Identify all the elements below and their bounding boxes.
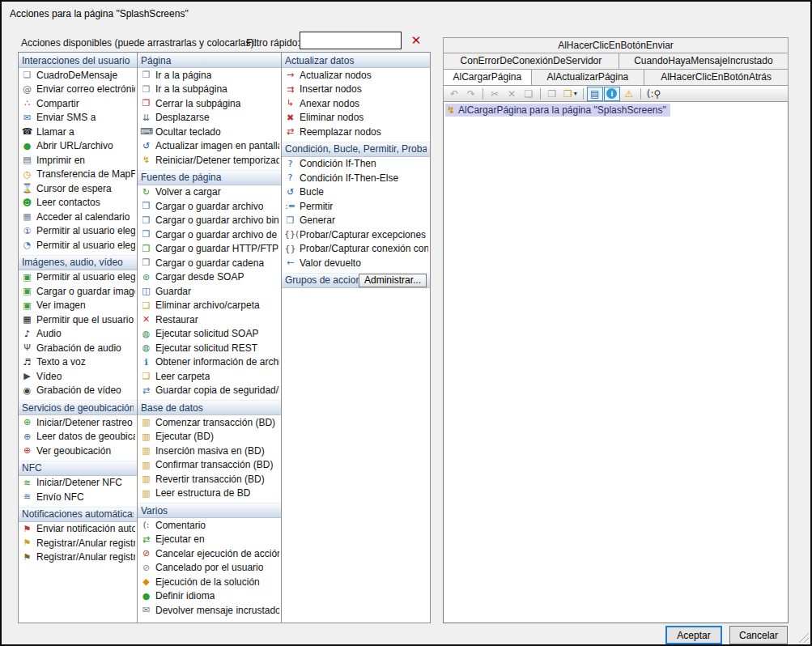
action-item[interactable]: ≋Envío NFC (19, 490, 137, 504)
tab-cuandohayamensajeincrustado[interactable]: CuandoHayaMensajeIncrustado (619, 53, 789, 69)
tab-alhacerclicenbotónatrás[interactable]: AlHacerClicEnBotónAtrás (644, 69, 789, 85)
action-item[interactable]: ❒Cargar o guardar archivo de texto (138, 227, 281, 242)
action-item[interactable]: ⊚Cargar desde SOAP (138, 270, 281, 285)
action-item[interactable]: ⇉Insertar nodos (282, 83, 430, 97)
accept-button[interactable]: Aceptar (665, 626, 722, 644)
action-item[interactable]: ▣Cargar o guardar imagen (19, 284, 137, 299)
action-item[interactable]: ❐Ir a la subpágina (138, 83, 281, 97)
warnings-icon[interactable]: ⚠ (621, 87, 637, 101)
action-item[interactable]: ▤Imprimir en (19, 153, 137, 168)
action-tree[interactable]: ↯ AlCargarPágina para la página "SplashS… (443, 102, 789, 623)
action-item[interactable]: ⊘Cancelado por el usuario (138, 561, 281, 576)
action-item[interactable]: ⇊Desplazarse (138, 111, 281, 125)
action-item[interactable]: ⚑Registrar/Anular registro (19, 536, 137, 550)
action-item[interactable]: ⇄Guardar copia de seguridad/Restaurar (138, 384, 281, 398)
action-item[interactable]: ◆Ejecución de la solución (138, 575, 281, 589)
action-item[interactable]: ◍Ejecutar solicitud SOAP (138, 327, 281, 342)
quick-filter-input[interactable] (300, 32, 402, 49)
selected-action-line[interactable]: ↯ AlCargarPágina para la página "SplashS… (445, 104, 670, 117)
action-item[interactable]: ☎Llamar a (19, 125, 137, 139)
action-item[interactable]: ℹObtener información de archivo (138, 355, 281, 370)
tab-alcargarpágina[interactable]: AlCargarPágina (443, 69, 532, 85)
action-item[interactable]: ♬Texto a voz (19, 355, 137, 370)
action-item[interactable]: ▥Revertir transacción (BD) (138, 472, 281, 487)
tab-alhacerclicenbotónenviar[interactable]: AlHacerClicEnBotónEnviar (443, 37, 789, 53)
action-item[interactable]: ⚑Registrar/Anular registro (19, 550, 137, 565)
action-item[interactable]: ●Definir idioma (138, 589, 281, 604)
action-item[interactable]: ❒Generar (282, 214, 430, 228)
action-item[interactable]: ◷Transferencia de MapForce (19, 168, 137, 182)
action-item[interactable]: ◔Permitir al usuario elegir (19, 238, 137, 253)
clear-filter-icon[interactable]: ✕ (407, 32, 425, 49)
cancel-button[interactable]: Cancelar (729, 626, 788, 644)
action-item[interactable]: ↯Reiniciar/Detener temporizador (138, 153, 281, 168)
action-item[interactable]: ▦Permitir que el usuario es (19, 312, 137, 327)
action-item[interactable]: ▥Ejecutar (BD) (138, 430, 281, 444)
action-item[interactable]: ✉Devolver mensaje incrustado (138, 603, 281, 618)
action-item[interactable]: ⇄Ejecutar en (138, 533, 281, 547)
action-item[interactable]: :=Permitir (282, 199, 430, 214)
action-item[interactable]: →Actualizar nodos (282, 68, 430, 83)
action-item[interactable]: ⊘Cancelar ejecución de acción (138, 546, 281, 561)
action-item[interactable]: ●Abrir URL/archivo (19, 139, 137, 154)
action-item[interactable]: ←Valor devuelto (282, 256, 430, 270)
action-item[interactable]: ▣Ver imagen (19, 299, 137, 313)
manage-action-groups-button[interactable]: Administrar... (359, 274, 427, 287)
action-item[interactable]: ✖Eliminar nodos (282, 111, 430, 125)
action-item[interactable]: ☻Leer contactos (19, 196, 137, 210)
action-item[interactable]: ❏CuadroDeMensaje (19, 68, 137, 83)
action-item[interactable]: ⊕Iniciar/Detener rastreo po (19, 415, 137, 430)
action-item[interactable]: ◉Grabación de vídeo (19, 384, 137, 398)
paste-icon[interactable]: ❒ (544, 87, 560, 101)
action-item[interactable]: ⇄Reemplazar nodos (282, 125, 430, 139)
action-item[interactable]: @Enviar correo electrónico (19, 83, 137, 97)
tab-conerrordeconexióndeservidor[interactable]: ConErrorDeConexiónDeServidor (443, 53, 619, 69)
action-item[interactable]: ①Permitir al usuario elegir (19, 224, 137, 239)
action-item[interactable]: ≋Iniciar/Detener NFC (19, 476, 137, 491)
action-item[interactable]: ❒Cargar o guardar HTTP/FTP (138, 242, 281, 257)
delete-icon[interactable]: ✕ (504, 87, 520, 101)
redo-icon[interactable]: ↷ (463, 87, 479, 101)
action-item[interactable]: ⚑Enviar notificación autom (19, 522, 137, 537)
comment-pin-icon[interactable]: (:⚲ (644, 87, 664, 101)
action-item[interactable]: ⊕Ver geoubicación (19, 444, 137, 458)
action-item[interactable]: ▣Permitir al usuario elegir (19, 270, 137, 285)
action-item[interactable]: ♪Audio (19, 327, 137, 342)
action-item[interactable]: ?Condición If-Then (282, 157, 430, 172)
action-item[interactable]: ?Condición If-Then-Else (282, 171, 430, 185)
paste-special-icon[interactable]: ❒▾ (561, 87, 580, 101)
action-item[interactable]: (:Comentario (138, 518, 281, 533)
action-item[interactable]: {}(Probar/Capturar excepciones (282, 227, 430, 242)
action-item[interactable]: ▥Inserción masiva en (BD) (138, 444, 281, 458)
action-item[interactable]: ⌨Ocultar teclado (138, 125, 281, 139)
action-item[interactable]: ✕Restaurar (138, 312, 281, 327)
action-item[interactable]: ❏Leer carpeta (138, 369, 281, 384)
action-item[interactable]: ◍Ejecutar solicitud REST (138, 341, 281, 355)
action-item[interactable]: ⊕Leer datos de geoubicaci (19, 430, 137, 444)
action-item[interactable]: ▥Confirmar transacción (BD) (138, 458, 281, 473)
info-icon[interactable]: i (604, 87, 620, 101)
action-item[interactable]: ↺Bucle (282, 185, 430, 200)
action-item[interactable]: ✉Enviar SMS a (19, 111, 137, 125)
action-item[interactable]: ⌛Cursor de espera (19, 181, 137, 196)
action-item[interactable]: ▥Leer estructura de BD (138, 487, 281, 501)
tab-alactualizarpágina[interactable]: AlActualizarPágina (531, 69, 644, 85)
action-item[interactable]: ▦Acceder al calendario (19, 210, 137, 224)
undo-icon[interactable]: ↶ (446, 87, 462, 101)
copy-icon[interactable]: ❏ (521, 87, 537, 101)
action-item[interactable]: {}Probar/Capturar conexión con el (282, 242, 430, 257)
action-item[interactable]: ❐Cerrar la subpágina (138, 96, 281, 111)
action-item[interactable]: ❒Cargar o guardar archivo binario (138, 214, 281, 228)
action-item[interactable]: ↻Volver a cargar (138, 185, 281, 200)
action-item[interactable]: ❐Ir a la página (138, 68, 281, 83)
action-item[interactable]: ❒Cargar o guardar cadena (138, 256, 281, 270)
action-item[interactable]: ↳Anexar nodos (282, 96, 430, 111)
cut-icon[interactable]: ✂ (487, 87, 503, 101)
action-item[interactable]: ◫Guardar (138, 284, 281, 299)
action-item[interactable]: ❏Eliminar archivo/carpeta (138, 299, 281, 313)
action-item[interactable]: ▥Comenzar transacción (BD) (138, 415, 281, 430)
action-item[interactable]: ΨGrabación de audio (19, 341, 137, 355)
action-item[interactable]: ↺Actualizar imagen en pantalla (138, 139, 281, 154)
action-item[interactable]: ▶Vídeo (19, 369, 137, 384)
resize-grip[interactable] (797, 631, 809, 643)
